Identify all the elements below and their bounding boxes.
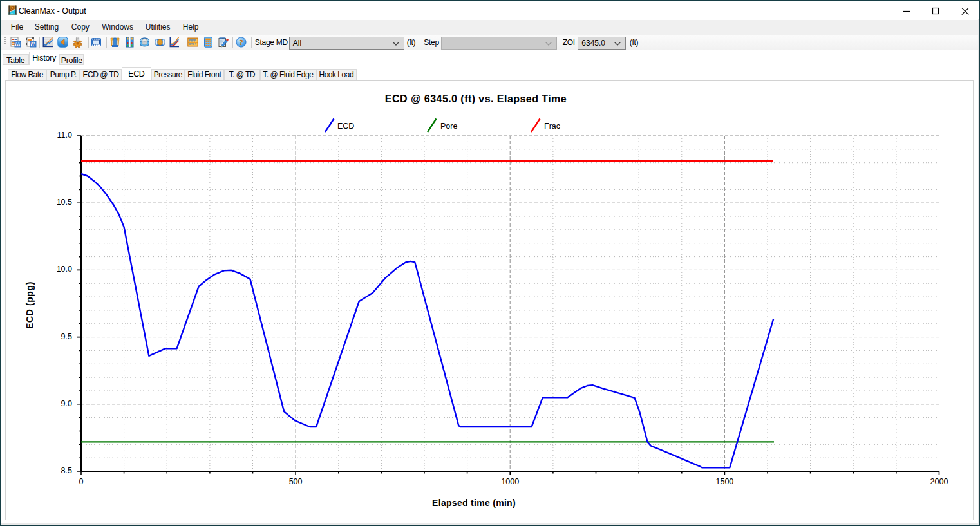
svg-text:Pore: Pore [440,122,457,131]
svg-text:9.5: 9.5 [61,332,72,341]
svg-text:8.5: 8.5 [61,466,72,475]
svg-text:ECD: ECD [337,122,354,131]
svg-text:W: W [31,41,36,47]
svg-text:1000: 1000 [501,477,519,486]
svg-text:9.0: 9.0 [61,399,72,408]
svg-text:500: 500 [289,477,303,486]
svg-text:Frac: Frac [544,122,560,131]
svg-text:1500: 1500 [715,477,733,486]
svg-text:10.5: 10.5 [57,198,72,207]
svg-text:2000: 2000 [930,477,948,486]
svg-text:?: ? [240,38,243,47]
svg-text:10.0: 10.0 [57,265,72,274]
svg-text:Elapsed time (min): Elapsed time (min) [432,498,516,508]
svg-text:ECD (ppg): ECD (ppg) [24,281,35,329]
svg-text:0: 0 [79,477,84,486]
svg-text:ECD @ 6345.0 (ft) vs. Elapsed: ECD @ 6345.0 (ft) vs. Elapsed Time [385,93,567,104]
svg-text:11.0: 11.0 [57,131,72,140]
svg-text:W: W [15,41,21,47]
